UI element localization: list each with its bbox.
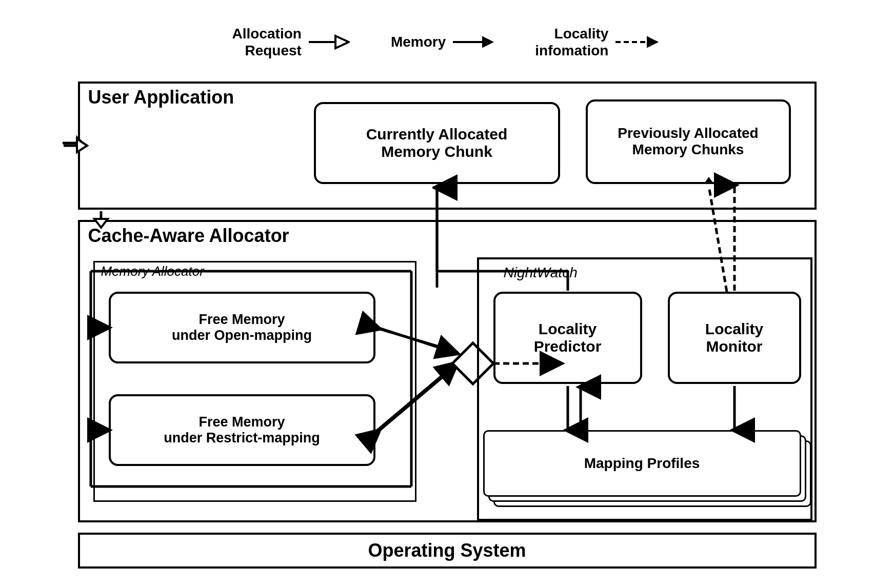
locality-predictor-label: LocalityPredictor (534, 320, 602, 355)
allocation-request-label: AllocationRequest (232, 25, 302, 59)
dashed-arrow-icon (615, 33, 662, 51)
diagram-container: AllocationRequest Memory Localityinfomat… (63, 25, 832, 563)
locality-monitor-label: LocalityMonitor (705, 320, 763, 355)
svg-marker-5 (647, 37, 658, 47)
currently-allocated-label: Currently AllocatedMemory Chunk (366, 126, 508, 160)
nightwatch-label: NightWatch (504, 265, 578, 281)
locality-label: Localityinfomation (535, 25, 608, 59)
mapping-profiles-front: Mapping Profiles (483, 430, 801, 497)
memory-label: Memory (391, 34, 446, 50)
locality-predictor-box: LocalityPredictor (493, 292, 642, 384)
legend: AllocationRequest Memory Localityinfomat… (63, 25, 832, 59)
currently-allocated-box: Currently AllocatedMemory Chunk (314, 102, 560, 184)
user-application-label: User Application (88, 87, 234, 108)
free-memory-restrict-label: Free Memoryunder Restrict-mapping (164, 414, 320, 446)
previously-allocated-label: Previously AllocatedMemory Chunks (618, 125, 758, 158)
legend-memory: Memory (391, 33, 494, 51)
free-memory-restrict-box: Free Memoryunder Restrict-mapping (109, 394, 375, 466)
solid-arrow-icon (453, 33, 494, 51)
previously-allocated-box: Previously AllocatedMemory Chunks (586, 99, 791, 184)
free-memory-open-label: Free Memoryunder Open-mapping (172, 312, 312, 343)
legend-allocation-request: AllocationRequest (232, 25, 350, 59)
svg-marker-1 (335, 36, 349, 48)
free-memory-open-box: Free Memoryunder Open-mapping (109, 292, 375, 363)
svg-marker-3 (483, 37, 493, 47)
locality-monitor-box: LocalityMonitor (668, 292, 801, 384)
memory-allocator-label: Memory Allocator (101, 263, 204, 279)
operating-system-box: Operating System (78, 533, 817, 569)
operating-system-label: Operating System (368, 540, 526, 561)
legend-locality: Localityinfomation (535, 25, 662, 59)
mapping-profiles-stack: Mapping Profiles (483, 430, 822, 507)
cache-aware-allocator-label: Cache-Aware Allocator (88, 225, 289, 247)
hollow-arrow-icon (309, 33, 350, 51)
mapping-profiles-label: Mapping Profiles (584, 455, 700, 472)
